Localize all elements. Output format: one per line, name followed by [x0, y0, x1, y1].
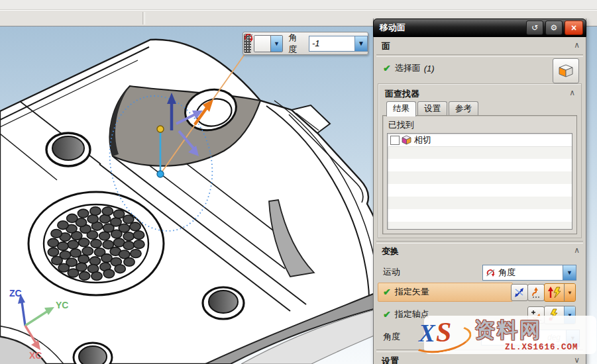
grille-hole [123, 232, 134, 241]
watermark-url: ZL.XS1616.COM [505, 343, 578, 352]
divider [376, 54, 583, 57]
grille-hole [58, 263, 69, 272]
face-select-button[interactable] [553, 58, 579, 83]
mini-angle-dropdown[interactable]: ▼ [354, 36, 367, 51]
grille-hole [48, 248, 58, 256]
select-face-count: (1) [424, 64, 435, 73]
application-window: ZC YC XC ▼ 角度 ▼ 移动面 ↺ [0, 0, 597, 364]
reverse-vector-button[interactable]: ▼ [544, 283, 576, 302]
counterbore-hole-3 [74, 343, 112, 364]
grille-hole [68, 269, 78, 277]
grille-hole [131, 250, 141, 258]
select-face-label: 选择面 [395, 62, 421, 74]
expand-icon[interactable]: ∨ [574, 355, 580, 364]
grille-hole [91, 272, 102, 281]
check-icon: ✔ [383, 63, 391, 73]
axis-point-handle[interactable] [157, 171, 164, 177]
grille-hole [67, 214, 78, 222]
rotate-icon [486, 268, 496, 278]
grille-hole [99, 232, 110, 240]
motion-dropdown[interactable]: 角度 ▼ [482, 265, 576, 281]
grille-hole [70, 249, 81, 257]
grille-hole [58, 221, 68, 230]
grille-hole [123, 215, 134, 224]
logo-letter-x: X [419, 319, 435, 347]
collapse-icon[interactable]: ∧ [574, 246, 580, 255]
specify-vector-label: 指定矢量 [395, 286, 429, 298]
watermark-site-name: 资料网 [474, 316, 542, 344]
gear-icon[interactable]: ⚙ [545, 21, 563, 35]
motion-label: 运动 [383, 266, 400, 278]
check-icon: ✔ [383, 309, 391, 320]
tangent-cube-icon [402, 135, 411, 145]
floating-angle-toolbar[interactable]: ▼ 角度 ▼ [243, 32, 368, 55]
grille-hole [113, 210, 124, 218]
top-toolbar-row [0, 0, 597, 11]
tangent-checkbox[interactable] [390, 136, 400, 145]
logo-letter-s: S [436, 316, 451, 348]
tangent-label: 相切 [414, 134, 431, 146]
specify-vector-row[interactable]: ✔ 指定矢量 [383, 283, 429, 300]
grille-hole [91, 240, 101, 248]
grille-hole [82, 247, 93, 255]
results-listbox[interactable]: 相切 [387, 133, 572, 230]
motion-row: 运动 [383, 263, 400, 281]
vector-dialog-button[interactable] [511, 284, 528, 301]
tab-results[interactable]: 结果 [386, 101, 416, 116]
grille-hole [133, 231, 144, 240]
grille-hole [134, 240, 144, 249]
dropdown-arrow-icon[interactable]: ▼ [563, 265, 576, 280]
vector-icon [514, 287, 525, 298]
grille-hole [119, 224, 129, 232]
results-tab-content: 已找到 相切 [382, 115, 577, 234]
reset-button[interactable]: ↺ [526, 21, 543, 35]
list-item-tangent[interactable]: 相切 [388, 134, 572, 147]
grille-hole [102, 207, 113, 216]
watermark-logo: X S [409, 318, 470, 352]
face-finder-panel: 面查找器 ∧ 结果 设置 参考 已找到 [378, 83, 582, 238]
dialog-title: 移动面 [380, 22, 406, 34]
inferred-vector-button[interactable] [527, 284, 545, 301]
transform-section-header[interactable]: 变换 ∧ [374, 244, 586, 258]
cube-icon [558, 64, 574, 78]
move-face-dialog: 移动面 ↺ ⚙ × 面 ∧ ✔ 选择面 (1) 面查找器 [373, 19, 586, 364]
dialog-titlebar[interactable]: 移动面 ↺ ⚙ × [373, 19, 586, 37]
watermark: X S 资料网 ZL.XS1616.COM [409, 316, 597, 355]
mini-angle-label: 角度 [288, 32, 305, 56]
grille-hole [87, 215, 98, 224]
grille-hole [89, 257, 100, 265]
motion-type-combo[interactable]: ▼ [254, 35, 283, 52]
combo-dropdown-arrow[interactable]: ▼ [270, 36, 283, 52]
collapse-icon[interactable]: ∧ [574, 40, 580, 50]
motion-value: 角度 [498, 267, 516, 279]
counterbore-hole-2 [203, 287, 244, 319]
counterbore-hole-1 [46, 133, 90, 166]
check-icon: ✔ [383, 287, 391, 297]
origin-point-handle[interactable] [157, 126, 164, 132]
found-label: 已找到 [388, 119, 414, 131]
select-face-row[interactable]: ✔ 选择面 (1) [383, 60, 435, 77]
grille-hole [123, 242, 134, 250]
tab-settings[interactable]: 设置 [417, 101, 447, 116]
triad-z-label: ZC [9, 288, 22, 298]
close-button[interactable]: × [565, 21, 583, 35]
collapse-icon[interactable]: ∧ [569, 88, 575, 97]
dropdown-arrow-icon[interactable]: ▼ [564, 284, 575, 301]
speaker-grille[interactable] [28, 192, 164, 295]
angle-label: 角度 [383, 331, 400, 343]
face-finder-header[interactable]: 面查找器 ∧ [378, 86, 581, 101]
grille-hole [90, 207, 101, 216]
rotate-icon [254, 36, 270, 52]
tab-reference[interactable]: 参考 [449, 101, 478, 116]
grille-hole [103, 269, 114, 278]
grille-hole [124, 257, 135, 266]
face-section-header[interactable]: 面 ∧ [374, 38, 586, 53]
grille-hole [79, 271, 89, 280]
mini-angle-input[interactable] [309, 36, 354, 51]
grille-hole [52, 256, 62, 265]
grille-hole [48, 238, 58, 247]
grille-hole [68, 240, 78, 249]
toolbar-divider [142, 12, 145, 24]
grille-hole [115, 265, 125, 273]
angle-row: 角度 [383, 328, 400, 345]
